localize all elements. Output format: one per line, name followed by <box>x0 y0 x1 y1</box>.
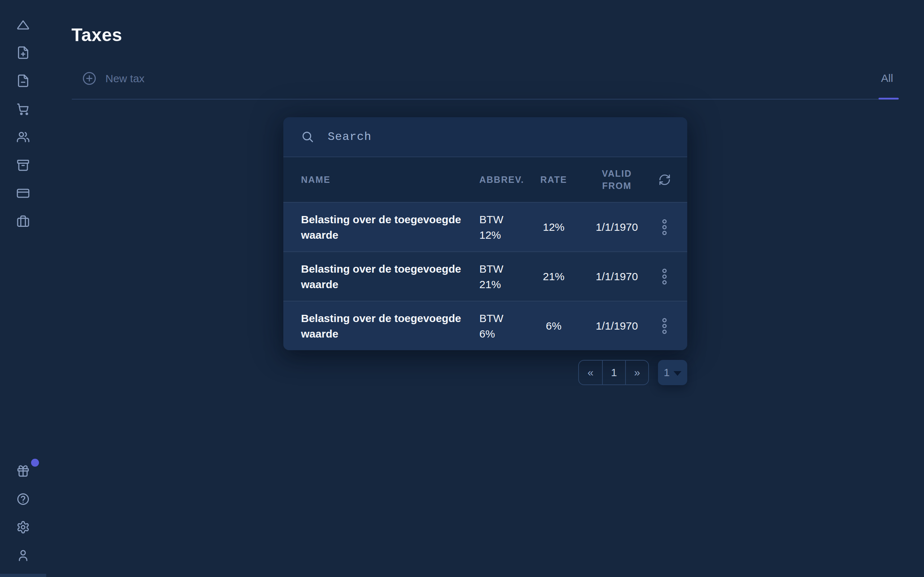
file-minus-icon[interactable] <box>16 74 30 88</box>
search-input[interactable] <box>328 130 673 143</box>
column-header-name: NAME <box>301 174 469 185</box>
search-icon <box>301 130 314 143</box>
notification-dot <box>31 459 39 467</box>
new-tax-label: New tax <box>105 73 144 85</box>
column-header-rate: RATE <box>527 174 581 185</box>
tax-abbrev: BTW 21% <box>469 261 527 292</box>
column-header-abbrev: ABBREV. <box>469 174 527 185</box>
users-icon[interactable] <box>16 130 30 144</box>
table-row[interactable]: Belasting over de toegevoegde waarde BTW… <box>283 251 687 301</box>
row-menu-button[interactable] <box>659 315 670 337</box>
table-header-row: NAME ABBREV. RATE VALID FROM <box>283 157 687 202</box>
logo-triangle-icon[interactable] <box>16 18 30 31</box>
row-menu-button[interactable] <box>659 216 670 238</box>
tabbar-divider <box>72 99 898 100</box>
page-size-dropdown[interactable]: 1 <box>658 360 687 385</box>
row-menu-button[interactable] <box>659 266 670 287</box>
tax-abbrev: BTW 6% <box>469 311 527 342</box>
tax-abbrev: BTW 12% <box>469 212 527 243</box>
column-header-valid-from: VALID FROM <box>581 167 653 192</box>
archive-icon[interactable] <box>16 158 30 172</box>
sidebar-bottom-group <box>0 464 46 562</box>
tab-all[interactable]: All <box>881 72 893 84</box>
user-icon[interactable] <box>16 548 30 562</box>
table-row[interactable]: Belasting over de toegevoegde waarde BTW… <box>283 301 687 350</box>
credit-card-icon[interactable] <box>16 187 30 200</box>
page-size-value: 1 <box>664 366 670 379</box>
pagination-prev-button[interactable]: « <box>579 361 602 384</box>
refresh-button[interactable] <box>657 173 672 187</box>
settings-gear-icon[interactable] <box>16 521 30 534</box>
sidebar <box>0 0 46 577</box>
sidebar-top-group <box>0 18 46 228</box>
gift-icon[interactable] <box>16 464 30 478</box>
briefcase-icon[interactable] <box>16 214 30 228</box>
page-title: Taxes <box>71 24 122 45</box>
tax-rate: 6% <box>527 320 581 332</box>
table-row[interactable]: Belasting over de toegevoegde waarde BTW… <box>283 202 687 251</box>
pagination-current-page: 1 <box>602 361 625 384</box>
help-icon[interactable] <box>16 492 30 506</box>
sidebar-scrollbar[interactable] <box>0 574 46 577</box>
tax-name: Belasting over de toegevoegde waarde <box>301 212 464 243</box>
tax-rate: 21% <box>527 271 581 283</box>
refresh-icon <box>658 174 671 186</box>
search-bar <box>283 117 687 157</box>
tax-valid-from: 1/1/1970 <box>581 271 653 283</box>
taxes-table-panel: NAME ABBREV. RATE VALID FROM Belasting o… <box>283 117 687 350</box>
plus-circle-icon <box>82 71 97 86</box>
shopping-cart-icon[interactable] <box>16 102 30 116</box>
pagination-next-button[interactable]: » <box>625 361 648 384</box>
tab-all-active-underline <box>879 98 899 100</box>
tax-rate: 12% <box>527 221 581 233</box>
pagination: « 1 » <box>578 360 649 385</box>
tax-valid-from: 1/1/1970 <box>581 320 653 332</box>
tax-valid-from: 1/1/1970 <box>581 221 653 233</box>
chevron-down-icon <box>674 371 682 376</box>
tax-name: Belasting over de toegevoegde waarde <box>301 311 464 342</box>
file-plus-icon[interactable] <box>16 46 30 60</box>
new-tax-button[interactable]: New tax <box>82 71 144 86</box>
tax-name: Belasting over de toegevoegde waarde <box>301 261 464 292</box>
